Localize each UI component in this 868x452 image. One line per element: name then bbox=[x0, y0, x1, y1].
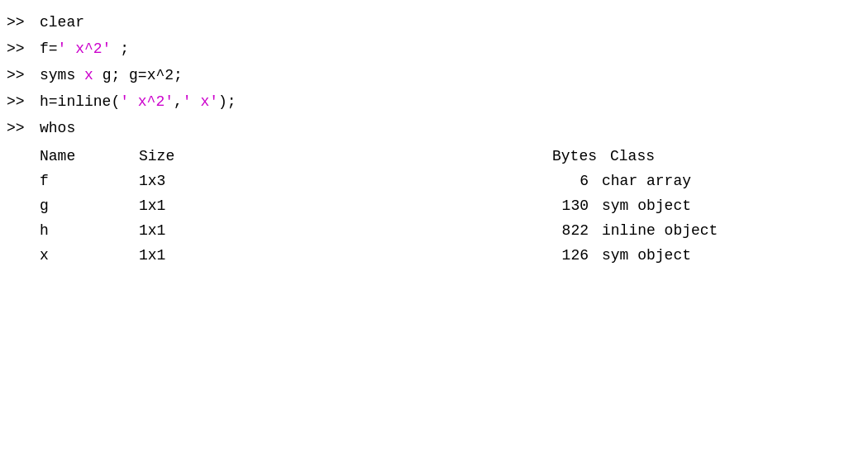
cmd-clear: clear bbox=[40, 12, 84, 35]
row-g-bytes: 130 bbox=[552, 197, 602, 214]
prompt-clear: >> bbox=[0, 12, 33, 35]
row-x-name: x bbox=[40, 247, 139, 264]
row-h-bytes: 822 bbox=[552, 222, 602, 239]
line-clear: >> clear bbox=[0, 10, 868, 36]
row-f-bytes: 6 bbox=[552, 173, 602, 189]
header-class: Class bbox=[610, 148, 655, 164]
row-f-name: f bbox=[40, 173, 139, 189]
prompt-syms: >> bbox=[0, 64, 33, 88]
cmd-syms: syms x g; g=x^2; bbox=[40, 64, 183, 88]
row-x-size: 1x1 bbox=[139, 247, 552, 264]
row-h-name: h bbox=[40, 222, 139, 239]
cmd-h: h=inline(' x^2',' x'); bbox=[40, 91, 236, 114]
line-f: >> f=' x^2' ; bbox=[0, 36, 868, 63]
row-g-size: 1x1 bbox=[139, 197, 552, 214]
row-x-bytes: 126 bbox=[552, 247, 602, 264]
prompt-h: >> bbox=[0, 91, 33, 114]
whos-row-f: f 1x3 6 char array bbox=[40, 173, 868, 189]
cmd-whos: whos bbox=[40, 117, 75, 140]
whos-body: f 1x3 6 char array g 1x1 130 sym object … bbox=[40, 173, 868, 264]
row-g-class: sym object bbox=[602, 197, 691, 214]
header-name: Name bbox=[40, 148, 139, 164]
header-bytes: Bytes bbox=[552, 148, 610, 164]
cmd-f-assign: f=' x^2' ; bbox=[40, 38, 129, 61]
line-whos: >> whos bbox=[0, 116, 868, 142]
console-window: >> clear >> f=' x^2' ; >> syms x g; g=x^… bbox=[0, 7, 868, 267]
prompt-f: >> bbox=[0, 38, 33, 61]
whos-table: Name Size Bytes Class f 1x3 6 char array… bbox=[40, 148, 868, 264]
whos-row-g: g 1x1 130 sym object bbox=[40, 197, 868, 214]
whos-header: Name Size Bytes Class bbox=[40, 148, 868, 164]
line-h: >> h=inline(' x^2',' x'); bbox=[0, 89, 868, 116]
whos-row-h: h 1x1 822 inline object bbox=[40, 222, 868, 239]
line-syms: >> syms x g; g=x^2; bbox=[0, 63, 868, 89]
row-x-class: sym object bbox=[602, 247, 691, 264]
row-f-class: char array bbox=[602, 173, 691, 189]
row-g-name: g bbox=[40, 197, 139, 214]
row-f-size: 1x3 bbox=[139, 173, 552, 189]
whos-row-x: x 1x1 126 sym object bbox=[40, 247, 868, 264]
row-h-size: 1x1 bbox=[139, 222, 552, 239]
row-h-class: inline object bbox=[602, 222, 718, 239]
prompt-whos: >> bbox=[0, 117, 33, 140]
header-size: Size bbox=[139, 148, 552, 164]
